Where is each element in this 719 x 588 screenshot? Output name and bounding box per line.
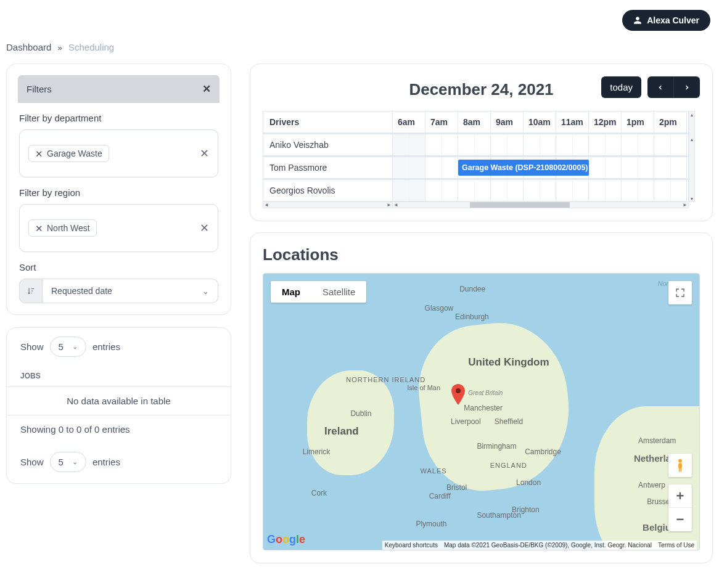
svg-point-1 xyxy=(678,459,682,463)
hour-header: 7am xyxy=(425,112,458,133)
hour-header: 12pm xyxy=(589,112,622,133)
timeline-cell[interactable] xyxy=(393,180,425,202)
fullscreen-icon xyxy=(675,288,685,298)
city-label: Amsterdam xyxy=(638,436,676,445)
page-size-value: 5 xyxy=(59,457,64,467)
city-label: London xyxy=(516,478,541,487)
map-attribution: Keyboard shortcuts Map data ©2021 GeoBas… xyxy=(382,541,697,550)
prev-button[interactable] xyxy=(647,76,674,98)
timeline-cell[interactable] xyxy=(458,134,491,156)
city-label: Birmingham xyxy=(477,442,516,451)
locations-panel: Locations North Sea United Kingdom Irela… xyxy=(250,232,713,563)
remove-tag-icon[interactable]: ✕ xyxy=(35,149,43,158)
sort-direction-button[interactable] xyxy=(19,279,43,303)
city-label: Cambridge xyxy=(525,447,561,456)
next-button[interactable] xyxy=(674,76,700,98)
city-label: Manchester xyxy=(464,404,503,412)
no-data-message: No data available in table xyxy=(7,387,231,415)
drivers-header: Drivers xyxy=(263,112,393,133)
calendar-panel: December 24, 2021 today xyxy=(250,63,713,221)
hour-header: 1pm xyxy=(622,112,654,133)
region-label: WALES xyxy=(421,467,447,475)
clear-department-icon[interactable]: ✕ xyxy=(200,147,209,160)
sort-select[interactable]: Requested date ⌄ xyxy=(43,279,218,303)
timeline-cell[interactable]: Garage Waste (DSP-2108002/0005) xyxy=(458,157,491,179)
city-label: Plymouth xyxy=(416,520,446,528)
page-size-value: 5 xyxy=(59,341,64,352)
table-footer: Showing 0 to 0 of 0 entries xyxy=(7,415,231,443)
region-label: NORTHERN IRELAND xyxy=(346,376,425,383)
country-label-uk: United Kingdom xyxy=(468,356,549,369)
city-label: Glasgow xyxy=(425,304,454,312)
timeline-cell[interactable] xyxy=(425,180,458,202)
timeline-cell[interactable] xyxy=(589,134,622,156)
timeline-cell[interactable] xyxy=(425,134,458,156)
zoom-in-button[interactable]: + xyxy=(668,484,692,508)
timeline-row: Aniko Veiszhab xyxy=(263,134,689,157)
timeline-cell[interactable] xyxy=(556,134,589,156)
chevron-down-icon: ⌄ xyxy=(72,343,78,351)
map-pin-icon[interactable] xyxy=(451,384,466,405)
today-button[interactable]: today xyxy=(601,76,641,98)
city-label: Cork xyxy=(311,489,327,497)
timeline-cell[interactable] xyxy=(491,180,524,202)
breadcrumb-root[interactable]: Dashboard xyxy=(6,42,51,52)
timeline-row: Tom Passmore Garage Waste (DSP-2108002/0… xyxy=(263,157,689,179)
department-tag: ✕ Garage Waste xyxy=(28,145,109,162)
sort-label: Sort xyxy=(19,262,218,272)
region-tag: ✕ North West xyxy=(28,219,97,237)
timeline-cell[interactable] xyxy=(425,157,458,179)
timeline-cell[interactable] xyxy=(393,134,425,156)
hour-header: 6am xyxy=(393,112,425,133)
timeline-cell[interactable] xyxy=(524,134,556,156)
timeline-cell[interactable] xyxy=(622,180,654,202)
timeline-cell[interactable] xyxy=(458,180,491,202)
city-label: Sheffield xyxy=(495,417,523,426)
timeline-cell[interactable] xyxy=(654,134,687,156)
filters-header: Filters ✕ xyxy=(18,75,220,103)
timeline-cell[interactable] xyxy=(622,134,654,156)
timeline-header-row: Drivers 6am 7am 8am 9am 10am 11am 12pm 1… xyxy=(263,111,689,134)
timeline-cell[interactable] xyxy=(393,157,425,179)
city-label: Antwerp xyxy=(638,481,665,489)
driver-name: Aniko Veiszhab xyxy=(263,134,393,156)
user-menu-button[interactable]: Alexa Culver xyxy=(622,10,710,31)
timeline-cell[interactable] xyxy=(589,180,622,202)
country-label-ireland: Ireland xyxy=(324,425,359,438)
remove-tag-icon[interactable]: ✕ xyxy=(35,224,43,233)
google-logo: Google xyxy=(267,533,305,546)
timeline-cell[interactable] xyxy=(589,157,622,179)
chevron-left-icon xyxy=(657,83,664,92)
driver-scrollbar[interactable]: ◄► xyxy=(263,202,392,208)
filter-region-label: Filter by region xyxy=(19,187,218,198)
timeline-cell[interactable] xyxy=(654,157,687,179)
timeline-row: Georgios Rovolis xyxy=(263,179,689,202)
timeline-cell[interactable] xyxy=(556,180,589,202)
timeline-cell[interactable] xyxy=(622,157,654,179)
map-type-map-button[interactable]: Map xyxy=(271,281,311,303)
timeline-scrollbar[interactable]: ◄ ► xyxy=(392,202,689,208)
department-tags-input[interactable]: ✕ Garage Waste ✕ xyxy=(19,129,218,178)
map[interactable]: North Sea United Kingdom Ireland Netherl… xyxy=(263,273,700,550)
driver-name: Georgios Rovolis xyxy=(263,180,393,202)
fullscreen-button[interactable] xyxy=(668,281,692,304)
sort-icon xyxy=(27,287,35,295)
calendar-event[interactable]: Garage Waste (DSP-2108002/0005) xyxy=(458,160,589,176)
city-label: Dublin xyxy=(350,409,371,418)
clear-region-icon[interactable]: ✕ xyxy=(200,221,209,235)
tag-label: Garage Waste xyxy=(47,149,102,158)
terms-link[interactable]: Terms of Use xyxy=(658,542,694,549)
page-size-select-bottom[interactable]: 5 ⌄ xyxy=(50,452,86,472)
vertical-scrollbar[interactable]: ▲ ▲ ▼ xyxy=(689,111,695,202)
zoom-out-button[interactable]: − xyxy=(668,508,692,531)
close-icon[interactable]: ✕ xyxy=(202,83,211,96)
page-size-select[interactable]: 5 ⌄ xyxy=(50,337,86,357)
timeline-cell[interactable] xyxy=(654,180,687,202)
timeline-cell[interactable] xyxy=(491,134,524,156)
region-tags-input[interactable]: ✕ North West ✕ xyxy=(19,204,218,252)
timeline-cell[interactable] xyxy=(524,180,556,202)
breadcrumb: Dashboard » Scheduling xyxy=(6,42,713,52)
keyboard-shortcuts-link[interactable]: Keyboard shortcuts xyxy=(385,542,438,549)
pegman-button[interactable] xyxy=(668,454,692,477)
map-type-satellite-button[interactable]: Satellite xyxy=(311,281,366,303)
